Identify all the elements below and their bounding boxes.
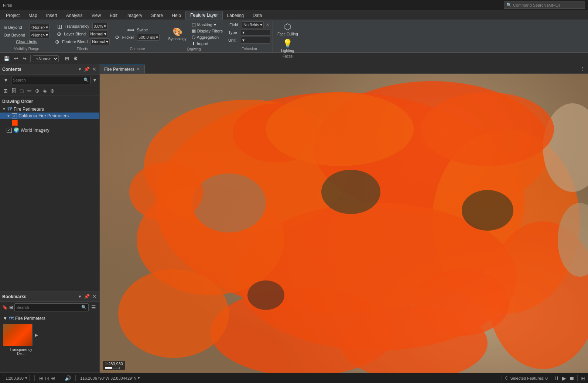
field-label: Field [229,23,240,27]
tab-map[interactable]: Map [24,11,41,20]
selected-features-icon: ⬡ [505,376,509,380]
bookmarks-search-box[interactable]: 🔍 [14,303,89,311]
contents-minimize-icon[interactable]: ▾ [78,66,82,72]
flicker-dropdown[interactable]: 500.0 ms ▾ [137,34,160,41]
selection-icon[interactable]: ◻ [18,87,25,94]
visibility-icon[interactable]: ⊕ [34,87,41,94]
field-clear-icon[interactable]: ✕ [266,23,269,27]
undo-btn[interactable]: ↩ [13,55,20,62]
tab-data[interactable]: Data [248,11,266,20]
bookmark-group-fire-perimeters[interactable]: ▼ 🗺 Fire Perimeters [2,315,97,322]
tab-edit[interactable]: Edit [105,11,122,20]
in-beyond-label: In Beyond [4,25,28,30]
map-options-icon[interactable]: ⋮ [580,66,588,72]
tab-imagery[interactable]: Imagery [122,11,147,20]
transparency-dropdown[interactable]: 0.0% ▾ [92,23,107,30]
audio-btn[interactable]: 🔊 [65,375,71,381]
label-icon[interactable]: ⊗ [49,87,56,94]
flicker-label[interactable]: Flicker [122,35,134,39]
tab-labeling[interactable]: Labeling [223,11,248,20]
chevron-down-icon3: ▾ [104,24,106,29]
out-beyond-row: Out Beyond <None> ▾ [4,32,49,38]
import-label[interactable]: Import [197,41,208,46]
none-select[interactable]: <None> [33,55,59,62]
transparency-icon: ◫ [57,23,62,29]
bookmarks-list-icon[interactable]: ☰ [90,304,97,311]
unit-dropdown[interactable]: ▾ [241,37,270,44]
zoom-to-selection-btn[interactable]: ⊡ [45,375,49,381]
layer-check-california[interactable]: ✓ [12,113,17,118]
bookmarks-close-icon[interactable]: ✕ [92,293,97,300]
contents-panel-icons: ▾ 📌 ✕ [78,66,97,72]
tree-item-california-fire-perimeters[interactable]: ▼ ✓ California Fire Perimeters [0,113,99,119]
bookmarks-search-input[interactable] [16,305,80,310]
bookmark-expand-arrow-icon[interactable]: ▶ [34,332,39,338]
tab-feature-layer[interactable]: Feature Layer [185,11,223,20]
play-btn[interactable]: ▶ [562,375,566,381]
map-canvas[interactable]: 1:283,930 [100,74,588,373]
chevron-down-icon5: ▾ [106,39,108,44]
bookmarks-minimize-icon[interactable]: ▾ [78,293,82,300]
grid-btn[interactable]: ⊞ [64,55,71,62]
in-beyond-dropdown[interactable]: <None> ▾ [29,24,49,31]
out-beyond-dropdown[interactable]: <None> ▾ [29,32,49,38]
contents-panel: Contents ▾ 📌 ✕ ▼ 🔍 ▾ ⊞ 🗄 ◻ ✏ [0,64,99,291]
bookmarks-panel-title: Bookmarks [2,294,76,299]
swipe-row: ⟺ Swipe [127,27,148,33]
extrusion-group: Field No fields ▾ ✕ Type ▾ Unit ▾ Extr [226,21,273,52]
stop-btn[interactable]: ⏹ [569,375,574,381]
database-icon[interactable]: 🗄 [10,87,17,94]
contents-close-icon[interactable]: ✕ [92,66,97,72]
contents-search-box[interactable]: 🔍 [11,76,91,84]
tree-item-fire-perimeters-group[interactable]: ▼ 🗺 Fire Perimeters [0,106,99,113]
full-extent-btn[interactable]: ⊞ [39,375,44,381]
tab-insert[interactable]: Insert [42,11,62,20]
map-area: Fire Perimeters ✕ ⋮ [100,64,588,373]
go-to-xy-btn[interactable]: ⊕ [51,375,55,381]
ribbon-tabs: Project Map Insert Analysis View Edit Im… [0,10,588,20]
tree-item-world-imagery[interactable]: ✓ 🌍 World Imagery [0,127,99,134]
aggregation-label[interactable]: Aggregation [197,35,219,39]
expand-arrow-icon: ▼ [2,107,6,111]
redo-btn[interactable]: ↪ [21,55,28,62]
tab-project[interactable]: Project [1,11,24,20]
sep2 [61,55,61,62]
map-tab-fire-perimeters[interactable]: Fire Perimeters ✕ [100,65,145,73]
contents-search-input[interactable] [13,78,82,82]
masking-label[interactable]: Masking [197,23,212,27]
symbology-button[interactable]: 🎨 Symbology [165,21,189,46]
tab-share[interactable]: Share [147,11,167,20]
command-search[interactable]: 🔍 Command Search (Alt+Q) [504,1,585,9]
snapping-icon[interactable]: ✏ [26,87,33,94]
effects-icon[interactable]: ◈ [42,87,48,94]
type-dropdown[interactable]: ▾ [241,29,270,36]
display-filters-label[interactable]: Display Filters [197,29,223,33]
layer-blend-dropdown[interactable]: Normal ▾ [89,31,107,37]
map-tab-close-icon[interactable]: ✕ [137,67,140,72]
more-icon[interactable]: ▾ [92,76,97,84]
layer-check-world-imagery[interactable]: ✓ [7,128,12,133]
lighting-button[interactable]: 💡 Lighting [280,38,295,54]
clear-limits-link[interactable]: Clear Limits [16,39,37,44]
bookmark-item-transparency[interactable]: ▶ Transparency De... [3,324,39,356]
contents-pin-icon[interactable]: 📌 [83,66,90,72]
bookmarks-pin-icon[interactable]: 📌 [83,293,90,300]
swipe-label[interactable]: Swipe [137,28,148,32]
coords-dropdown-icon[interactable]: ▾ [138,376,140,380]
filter-icon[interactable]: ▼ [2,76,10,84]
face-culling-button[interactable]: ⬡ Face Culling [276,21,300,37]
status-sep1 [34,375,35,381]
layout-btn[interactable]: ⊞ [581,375,585,381]
field-dropdown[interactable]: No fields ▾ [242,21,264,28]
tab-help[interactable]: Help [167,11,185,20]
tools-btn[interactable]: ⚙ [72,55,79,62]
scale-selector[interactable]: 1:283,930 ▾ [3,375,30,381]
feature-blend-dropdown[interactable]: Normal ▾ [90,38,109,45]
selected-features-label: Selected Features: 0 [510,376,548,380]
out-beyond-label: Out Beyond [4,33,28,37]
tab-analysis[interactable]: Analysis [62,11,87,20]
layer-group-icon[interactable]: ⊞ [2,87,9,94]
pause-btn[interactable]: ⏸ [554,375,559,381]
save-btn[interactable]: 💾 [2,55,11,62]
tab-view[interactable]: View [87,11,105,20]
